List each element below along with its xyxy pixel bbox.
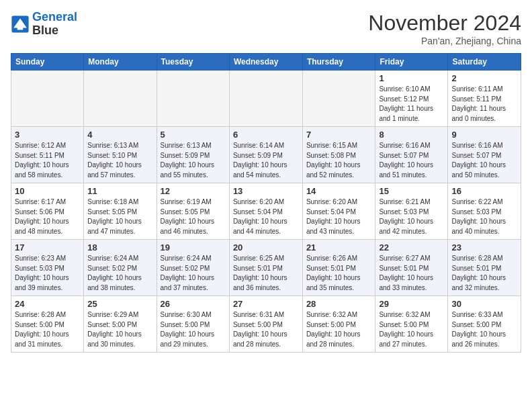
logo-line1: General [32,10,77,24]
day-number: 26 [161,299,226,309]
day-info: Sunrise: 6:28 AM Sunset: 5:01 PM Dayligh… [451,254,517,293]
title-block: November 2024 Pan'an, Zhejiang, China [368,11,521,46]
day-number: 19 [161,242,226,253]
week-row-5: 24Sunrise: 6:28 AM Sunset: 5:00 PM Dayli… [11,296,521,353]
calendar-cell [84,71,157,127]
calendar-cell: 2Sunrise: 6:11 AM Sunset: 5:11 PM Daylig… [448,71,521,127]
day-info: Sunrise: 6:24 AM Sunset: 5:02 PM Dayligh… [161,254,226,293]
day-info: Sunrise: 6:14 AM Sunset: 5:09 PM Dayligh… [233,141,299,180]
day-info: Sunrise: 6:19 AM Sunset: 5:05 PM Dayligh… [161,197,226,236]
week-row-4: 17Sunrise: 6:23 AM Sunset: 5:03 PM Dayli… [11,240,521,296]
calendar-cell: 17Sunrise: 6:23 AM Sunset: 5:03 PM Dayli… [11,240,84,296]
day-info: Sunrise: 6:17 AM Sunset: 5:06 PM Dayligh… [15,197,80,236]
day-number: 3 [15,130,80,140]
calendar-cell: 26Sunrise: 6:30 AM Sunset: 5:00 PM Dayli… [157,296,229,353]
day-info: Sunrise: 6:18 AM Sunset: 5:05 PM Dayligh… [87,197,152,236]
day-number: 28 [306,299,372,309]
day-number: 1 [379,73,444,83]
logo-text: General Blue [32,11,77,38]
day-info: Sunrise: 6:28 AM Sunset: 5:00 PM Dayligh… [15,310,80,349]
day-number: 9 [451,130,517,140]
week-row-2: 3Sunrise: 6:12 AM Sunset: 5:11 PM Daylig… [11,127,521,183]
day-info: Sunrise: 6:24 AM Sunset: 5:02 PM Dayligh… [87,254,152,293]
day-number: 8 [379,130,444,140]
calendar-cell: 20Sunrise: 6:25 AM Sunset: 5:01 PM Dayli… [229,240,302,296]
weekday-header-row: SundayMondayTuesdayWednesdayThursdayFrid… [11,54,521,71]
day-info: Sunrise: 6:33 AM Sunset: 5:00 PM Dayligh… [451,310,517,349]
day-number: 18 [87,242,152,253]
calendar-cell: 12Sunrise: 6:19 AM Sunset: 5:05 PM Dayli… [157,183,229,240]
day-info: Sunrise: 6:30 AM Sunset: 5:00 PM Dayligh… [161,310,226,349]
weekday-header-friday: Friday [375,54,448,71]
day-number: 10 [15,186,80,196]
day-info: Sunrise: 6:10 AM Sunset: 5:12 PM Dayligh… [379,85,444,124]
calendar-cell: 5Sunrise: 6:13 AM Sunset: 5:09 PM Daylig… [157,127,229,183]
day-info: Sunrise: 6:29 AM Sunset: 5:00 PM Dayligh… [87,310,152,349]
calendar-cell [229,71,302,127]
weekday-header-wednesday: Wednesday [229,54,302,71]
day-number: 11 [87,186,152,196]
logo: General Blue [11,11,77,38]
weekday-header-tuesday: Tuesday [157,54,229,71]
calendar-cell: 29Sunrise: 6:32 AM Sunset: 5:00 PM Dayli… [375,296,448,353]
day-number: 16 [451,186,517,196]
day-number: 27 [233,299,299,309]
calendar-cell: 28Sunrise: 6:32 AM Sunset: 5:00 PM Dayli… [302,296,375,353]
day-number: 13 [233,186,299,196]
day-number: 7 [306,130,372,140]
logo-line2: Blue [32,24,77,38]
calendar-cell: 14Sunrise: 6:20 AM Sunset: 5:04 PM Dayli… [302,183,375,240]
day-info: Sunrise: 6:20 AM Sunset: 5:04 PM Dayligh… [233,197,299,236]
day-info: Sunrise: 6:22 AM Sunset: 5:03 PM Dayligh… [451,197,517,236]
calendar-cell: 13Sunrise: 6:20 AM Sunset: 5:04 PM Dayli… [229,183,302,240]
calendar-cell: 15Sunrise: 6:21 AM Sunset: 5:03 PM Dayli… [375,183,448,240]
day-number: 30 [451,299,517,309]
day-number: 15 [379,186,444,196]
day-info: Sunrise: 6:11 AM Sunset: 5:11 PM Dayligh… [451,85,517,124]
day-number: 5 [161,130,226,140]
calendar-cell: 19Sunrise: 6:24 AM Sunset: 5:02 PM Dayli… [157,240,229,296]
day-info: Sunrise: 6:12 AM Sunset: 5:11 PM Dayligh… [15,141,80,180]
day-info: Sunrise: 6:13 AM Sunset: 5:10 PM Dayligh… [87,141,152,180]
day-number: 6 [233,130,299,140]
calendar-cell: 10Sunrise: 6:17 AM Sunset: 5:06 PM Dayli… [11,183,84,240]
day-info: Sunrise: 6:20 AM Sunset: 5:04 PM Dayligh… [306,197,372,236]
day-number: 25 [87,299,152,309]
calendar-cell: 25Sunrise: 6:29 AM Sunset: 5:00 PM Dayli… [84,296,157,353]
calendar-cell: 18Sunrise: 6:24 AM Sunset: 5:02 PM Dayli… [84,240,157,296]
day-info: Sunrise: 6:15 AM Sunset: 5:08 PM Dayligh… [306,141,372,180]
page-header: General Blue November 2024 Pan'an, Zheji… [11,11,521,46]
day-number: 23 [451,242,517,253]
weekday-header-saturday: Saturday [448,54,521,71]
calendar-cell: 11Sunrise: 6:18 AM Sunset: 5:05 PM Dayli… [84,183,157,240]
calendar-cell: 24Sunrise: 6:28 AM Sunset: 5:00 PM Dayli… [11,296,84,353]
day-info: Sunrise: 6:16 AM Sunset: 5:07 PM Dayligh… [451,141,517,180]
month-title: November 2024 [368,11,521,36]
calendar-cell: 6Sunrise: 6:14 AM Sunset: 5:09 PM Daylig… [229,127,302,183]
day-number: 29 [379,299,444,309]
day-number: 24 [15,299,80,309]
day-number: 22 [379,242,444,253]
location: Pan'an, Zhejiang, China [368,36,521,46]
calendar-cell: 3Sunrise: 6:12 AM Sunset: 5:11 PM Daylig… [11,127,84,183]
calendar-cell [157,71,229,127]
day-info: Sunrise: 6:23 AM Sunset: 5:03 PM Dayligh… [15,254,80,293]
calendar-cell: 22Sunrise: 6:27 AM Sunset: 5:01 PM Dayli… [375,240,448,296]
calendar-cell: 4Sunrise: 6:13 AM Sunset: 5:10 PM Daylig… [84,127,157,183]
day-info: Sunrise: 6:16 AM Sunset: 5:07 PM Dayligh… [379,141,444,180]
calendar-cell [11,71,84,127]
day-number: 20 [233,242,299,253]
day-info: Sunrise: 6:27 AM Sunset: 5:01 PM Dayligh… [379,254,444,293]
calendar-cell: 27Sunrise: 6:31 AM Sunset: 5:00 PM Dayli… [229,296,302,353]
day-number: 21 [306,242,372,253]
day-info: Sunrise: 6:31 AM Sunset: 5:00 PM Dayligh… [233,310,299,349]
day-info: Sunrise: 6:21 AM Sunset: 5:03 PM Dayligh… [379,197,444,236]
day-number: 14 [306,186,372,196]
day-info: Sunrise: 6:13 AM Sunset: 5:09 PM Dayligh… [161,141,226,180]
calendar-cell: 9Sunrise: 6:16 AM Sunset: 5:07 PM Daylig… [448,127,521,183]
weekday-header-thursday: Thursday [302,54,375,71]
day-number: 17 [15,242,80,253]
svg-rect-2 [17,24,23,30]
day-info: Sunrise: 6:32 AM Sunset: 5:00 PM Dayligh… [306,310,372,349]
weekday-header-monday: Monday [84,54,157,71]
